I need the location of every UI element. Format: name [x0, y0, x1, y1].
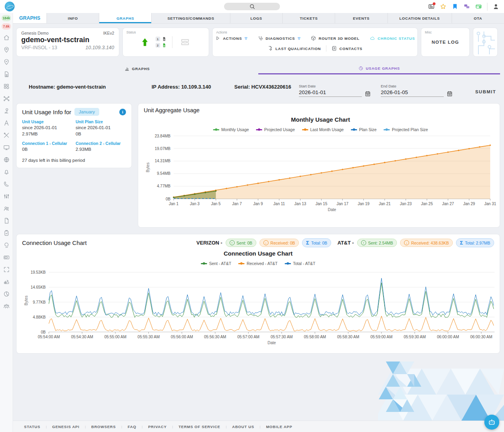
legend-marker [256, 129, 262, 130]
account-icon[interactable] [493, 3, 499, 10]
connection-usage-chart[interactable]: 0B4.88KB9.77KB14.65KB19.53KB05:54:00 AM0… [22, 266, 501, 349]
tab-tickets[interactable]: TICKETS [282, 13, 335, 23]
chronic-status-button[interactable]: CHRONIC STATUS [365, 35, 420, 41]
month-chip[interactable]: January [74, 108, 99, 116]
footer-link-mobile-app[interactable]: MOBILE APP [266, 425, 293, 429]
sidebar-mic-icon[interactable] [3, 108, 10, 114]
sidebar-network-icon[interactable] [3, 95, 10, 102]
footer-link-terms-of-service[interactable]: TERMS OF SERVICE [178, 425, 220, 429]
topbar-icons [428, 3, 499, 11]
unit-usage-info-card: Unit Usage Info for January i Unit Usage… [16, 103, 132, 168]
footer-link-genesis-api[interactable]: GENESIS API [52, 425, 79, 429]
sidebar-compass-icon[interactable] [3, 120, 10, 126]
sidebar-clipboard-check-icon[interactable] [3, 230, 10, 236]
note-log-button[interactable]: NOTE LOG [432, 40, 459, 44]
sidebar-brain-chat-icon[interactable] [3, 242, 10, 248]
svg-text:23.84MB: 23.84MB [155, 134, 170, 138]
robot-icon [487, 418, 496, 426]
sidebar-home-icon[interactable] [3, 34, 10, 41]
ticket-icon[interactable] [178, 37, 192, 47]
footer-link-about-us[interactable]: ABOUT US [232, 425, 254, 429]
legend-marker [302, 129, 308, 130]
usage-stat-connection-2-cellular: Connection 2 - Cellular2.93MB [76, 141, 126, 153]
legend-item[interactable]: Projected Usage [256, 127, 295, 132]
sidebar-pie-chart-icon[interactable] [3, 291, 10, 297]
svg-text:05:57:00 AM: 05:57:00 AM [237, 335, 259, 339]
footer-link-privacy[interactable]: PRIVACY [148, 425, 167, 429]
total-badge: ΣTotal: 0B [302, 238, 331, 247]
footer-link-faq[interactable]: FAQ [128, 425, 136, 429]
tab-settings-commands[interactable]: SETTINGS/COMMANDS [151, 13, 230, 23]
payment-icon[interactable] [475, 3, 482, 10]
usage-stat-unit-plan-size: Unit Plan Sizesince 2026-01-010B [76, 119, 126, 137]
legend-item[interactable]: Total - AT&T [285, 261, 315, 266]
start-date-calendar-icon[interactable] [365, 91, 371, 97]
sidebar-monitor-icon[interactable] [3, 144, 10, 151]
monthly-usage-chart[interactable]: 0B4.77MB9.54MB14.31MB19.07MB23.84MBJan 1… [144, 132, 497, 222]
diagnostics-button[interactable]: DIAGNOSTICS▽ [252, 35, 306, 41]
svg-text:14.31MB: 14.31MB [155, 159, 170, 163]
last-qualification-button[interactable]: LAST QUALIFICATION [262, 46, 326, 51]
router-3d-model-button[interactable]: ROUTER 3D MODEL [306, 35, 365, 41]
sidebar-router-icon[interactable] [3, 278, 10, 285]
status-divider [172, 36, 172, 48]
tab-logs[interactable]: LOGS [230, 13, 282, 23]
sidebar-sim-card-icon[interactable] [3, 71, 10, 78]
sidebar-pin-alt-icon[interactable] [3, 59, 10, 65]
status-card-label: Status [126, 30, 136, 34]
sidebar-count-badge-red[interactable]: 7.6k [2, 23, 11, 30]
footer-link-status[interactable]: STATUS [24, 425, 40, 429]
sidebar-phone-icon[interactable] [3, 181, 10, 187]
sidebar-document-icon[interactable] [3, 217, 10, 224]
carrier-name: VERIZON - [196, 240, 222, 246]
svg-text:0B: 0B [41, 330, 46, 334]
chat-icon[interactable] [463, 3, 470, 10]
svg-text:4.88KB: 4.88KB [33, 315, 46, 319]
topbar-divider [487, 3, 487, 11]
star-icon[interactable] [440, 3, 447, 10]
actions-button[interactable]: ACTIONS▽ [210, 35, 252, 41]
unit-usage-title: Unit Usage Info for [22, 109, 71, 115]
tab-graphs[interactable]: GRAPHS [99, 13, 151, 23]
sidebar-signal-icon[interactable] [3, 193, 10, 200]
footer-link-browsers[interactable]: BROWSERS [91, 425, 116, 429]
news-icon[interactable] [428, 3, 435, 10]
svg-text:05:55:30 AM: 05:55:30 AM [137, 335, 159, 339]
tab-ota[interactable]: OTA [452, 13, 504, 23]
sidebar-users-icon[interactable] [3, 205, 10, 212]
contacts-button[interactable]: CONTACTS [326, 46, 367, 51]
sidebar-device-grid-icon[interactable] [3, 83, 10, 90]
sidebar-count-badge-green[interactable]: 184k [2, 15, 11, 21]
subtab-usage-graphs[interactable]: USAGE GRAPHS [258, 63, 500, 74]
legend-item[interactable]: Monthly Usage [213, 127, 249, 132]
legend-item[interactable]: Sent - AT&T [201, 261, 231, 266]
sidebar-bell-icon[interactable] [3, 169, 10, 175]
left-sidebar: 184k7.6k [0, 13, 13, 432]
tab-events[interactable]: EVENTS [335, 13, 387, 23]
end-date-input[interactable]: 2026-01-05 [381, 89, 444, 97]
info-icon[interactable]: i [119, 109, 126, 115]
legend-item[interactable]: Projected Plan Size [384, 127, 428, 132]
tab-location-details[interactable]: LOCATION DETAILS [387, 13, 452, 23]
chatbot-button[interactable] [484, 415, 499, 430]
sidebar-expand-icon[interactable] [3, 266, 10, 273]
start-date-input[interactable]: 2026-01-01 [299, 89, 362, 97]
bookmark-icon[interactable] [452, 3, 458, 10]
sidebar-card-modem-icon[interactable] [3, 254, 10, 261]
submit-button[interactable]: SUBMIT [475, 89, 496, 94]
sidebar-globe-icon[interactable] [3, 156, 10, 163]
end-date-calendar-icon[interactable] [447, 91, 453, 97]
doc-gear-icon [267, 46, 273, 51]
legend-item[interactable]: Last Month Usage [302, 127, 344, 132]
tab-info[interactable]: INFO [46, 13, 99, 23]
svg-text:Jan 17: Jan 17 [337, 202, 348, 206]
legend-item[interactable]: Plan Size [351, 127, 376, 132]
svg-text:05:59:00 AM: 05:59:00 AM [371, 335, 393, 339]
search-bar[interactable] [224, 3, 280, 10]
subtab-graphs[interactable]: GRAPHS [16, 63, 258, 74]
sidebar-team-icon[interactable] [3, 303, 10, 310]
sidebar-map-pin-icon[interactable] [3, 46, 10, 53]
legend-item[interactable]: Received - AT&T [238, 261, 278, 266]
app-logo[interactable] [5, 2, 15, 11]
sidebar-tools-icon[interactable] [3, 132, 10, 139]
